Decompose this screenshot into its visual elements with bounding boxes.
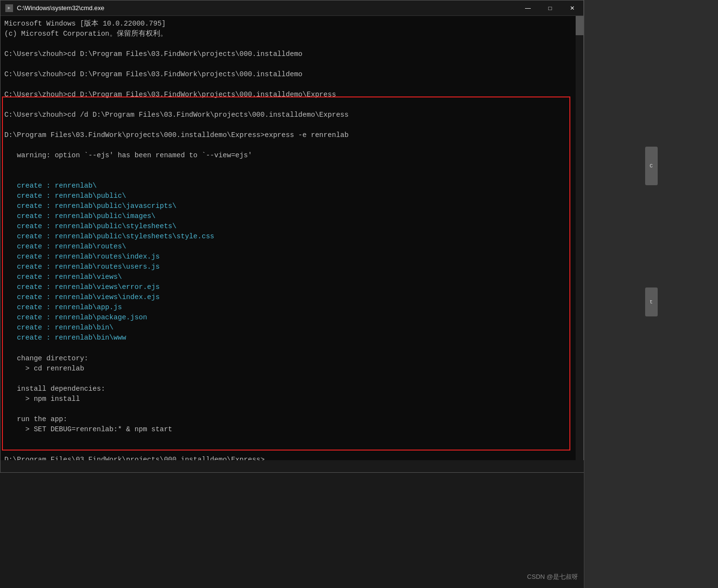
terminal-body: Microsoft Windows [版本 10.0.22000.795](c)… [0, 16, 583, 468]
terminal-line [4, 120, 580, 130]
terminal-line: create : renrenlab\package.json [4, 313, 580, 323]
scrollbar[interactable] [576, 16, 583, 472]
terminal-line [4, 140, 580, 150]
terminal-line [4, 161, 580, 171]
terminal-line: create : renrenlab\routes\ [4, 242, 580, 252]
terminal-line: create : renrenlab\public\stylesheets\ [4, 221, 580, 232]
terminal-line: C:\Users\zhouh>cd /d D:\Program Files\03… [4, 110, 580, 120]
bottom-bar [0, 460, 584, 472]
terminal-line: install dependencies: [4, 384, 580, 394]
terminal-line: create : renrenlab\views\index.ejs [4, 292, 580, 302]
terminal-line [4, 171, 580, 181]
minimize-button[interactable]: — [517, 0, 539, 16]
terminal-line [4, 80, 580, 90]
terminal-line [4, 343, 580, 354]
terminal-line: run the app: [4, 414, 580, 424]
terminal-line: create : renrenlab\public\stylesheets\st… [4, 232, 580, 242]
terminal-line: create : renrenlab\bin\ [4, 323, 580, 333]
terminal-line: > SET DEBUG=renrenlab:* & npm start [4, 424, 580, 435]
terminal-line [4, 445, 580, 455]
terminal-line [4, 404, 580, 414]
panel-button-2[interactable]: t [645, 287, 658, 316]
cmd-window: ▶ C:\Windows\system32\cmd.exe — □ ✕ Micr… [0, 0, 584, 473]
close-button[interactable]: ✕ [561, 0, 583, 16]
terminal-line: warning: option `--ejs' has been renamed… [4, 150, 580, 161]
window-icon: ▶ [5, 4, 13, 12]
terminal-line [4, 100, 580, 110]
window-title: C:\Windows\system32\cmd.exe [17, 4, 104, 12]
terminal-line: change directory: [4, 354, 580, 364]
terminal-line: create : renrenlab\routes\index.js [4, 252, 580, 262]
title-bar: ▶ C:\Windows\system32\cmd.exe — □ ✕ [0, 0, 583, 16]
terminal-line: C:\Users\zhouh>cd D:\Program Files\03.Fi… [4, 90, 580, 100]
csdn-watermark: CSDN @是七叔呀 [527, 573, 578, 581]
terminal-line: C:\Users\zhouh>cd D:\Program Files\03.Fi… [4, 69, 580, 80]
terminal-line [4, 59, 580, 69]
terminal-line: create : renrenlab\bin\www [4, 333, 580, 343]
terminal-line [4, 39, 580, 49]
terminal-line: Microsoft Windows [版本 10.0.22000.795] [4, 19, 580, 29]
terminal-line: C:\Users\zhouh>cd D:\Program Files\03.Fi… [4, 49, 580, 59]
scrollbar-thumb[interactable] [576, 16, 583, 35]
terminal-line: create : renrenlab\routes\users.js [4, 262, 580, 272]
terminal-line [4, 435, 580, 445]
maximize-button[interactable]: □ [539, 0, 561, 16]
terminal-line: create : renrenlab\app.js [4, 302, 580, 313]
panel-button-1[interactable]: C [645, 147, 658, 185]
terminal-line: create : renrenlab\views\ [4, 272, 580, 282]
terminal-line: create : renrenlab\views\error.ejs [4, 282, 580, 292]
terminal-line: create : renrenlab\ [4, 181, 580, 191]
terminal-line: D:\Program Files\03.FindWork\projects\00… [4, 130, 580, 140]
terminal-line: > cd renrenlab [4, 364, 580, 374]
terminal-line [4, 374, 580, 384]
terminal-line: create : renrenlab\public\javascripts\ [4, 201, 580, 211]
terminal-line: > npm install [4, 394, 580, 404]
terminal-line: create : renrenlab\public\images\ [4, 211, 580, 221]
terminal-line: (c) Microsoft Corporation。保留所有权利。 [4, 29, 580, 39]
window-controls: — □ ✕ [517, 0, 583, 16]
terminal-line: create : renrenlab\public\ [4, 191, 580, 201]
right-panel: C t [584, 0, 718, 588]
